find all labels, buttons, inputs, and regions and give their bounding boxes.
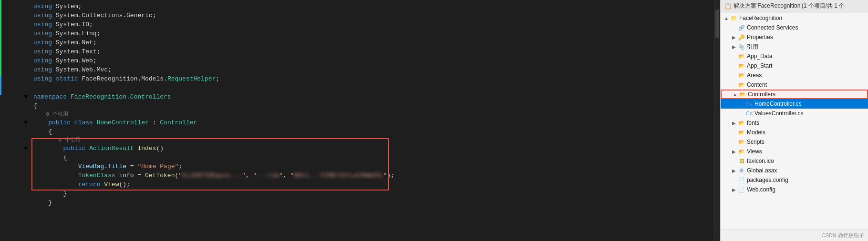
line-content: return View(); bbox=[31, 180, 714, 189]
tree-label-facerecognition: FaceRecognition bbox=[739, 15, 782, 21]
code-panel: using System; using System.Collections.G… bbox=[0, 0, 714, 241]
line-content: namespace FaceRecognition.Controllers bbox=[31, 92, 714, 101]
tree-toggle-web-config: ▶ bbox=[730, 187, 738, 192]
fonts-folder-icon: 📂 bbox=[738, 119, 745, 127]
connected-services-icon: 🔗 bbox=[738, 24, 745, 31]
solution-header-label: 解决方案'FaceRecognition'(1 个项目/共 1 个 bbox=[734, 2, 845, 10]
vscroll-thumb[interactable] bbox=[715, 10, 719, 38]
line-content: { bbox=[31, 101, 714, 110]
tree-item-scripts[interactable]: 📂 Scripts bbox=[721, 137, 868, 147]
tree-toggle-views: ▶ bbox=[730, 149, 738, 154]
tree-label-scripts: Scripts bbox=[747, 139, 765, 145]
code-scroll[interactable]: using System; using System.Collections.G… bbox=[0, 0, 714, 241]
tree-item-references[interactable]: ▶ 📎 引用 bbox=[721, 42, 868, 51]
code-line: } bbox=[0, 189, 714, 198]
tree-item-views[interactable]: ▶ 📂 Views bbox=[721, 147, 868, 156]
line-gutter: ▼ bbox=[24, 118, 31, 127]
tree-label-areas: Areas bbox=[747, 72, 762, 79]
appstart-folder-icon: 📂 bbox=[738, 62, 745, 70]
code-line: using System.Net; bbox=[0, 38, 714, 47]
line-content: using System.Linq; bbox=[31, 29, 714, 38]
tree-item-controllers[interactable]: ▲ 📂 Controllers bbox=[721, 90, 868, 99]
tree-label-views: Views bbox=[747, 148, 762, 155]
tree-item-homecontroller[interactable]: C# HomeController.cs bbox=[721, 99, 868, 109]
line-content: } bbox=[31, 189, 714, 198]
tree-item-appstart[interactable]: 📂 App_Start bbox=[721, 61, 868, 70]
code-line: return View(); bbox=[0, 180, 714, 189]
code-line bbox=[0, 83, 714, 92]
code-vscrollbar[interactable] bbox=[714, 0, 720, 241]
tree-item-global-asax[interactable]: ▶ ⚙ Global.asax bbox=[721, 166, 868, 175]
line-content: TokenClass info = GetToken("CLiENTIDEqui… bbox=[31, 171, 714, 180]
tree-item-properties[interactable]: ▶ 🔑 Properties bbox=[721, 32, 868, 42]
tree-toggle-fonts: ▶ bbox=[730, 120, 738, 126]
web-config-icon: 📄 bbox=[738, 186, 745, 193]
code-line: using System.Linq; bbox=[0, 29, 714, 38]
tree-item-content[interactable]: 📂 Content bbox=[721, 80, 868, 90]
code-line: TokenClass info = GetToken("CLiENTIDEqui… bbox=[0, 171, 714, 180]
line-content: using System; bbox=[31, 2, 714, 11]
favicon-icon: 🖼 bbox=[738, 157, 745, 165]
code-area: using System; using System.Collections.G… bbox=[0, 0, 714, 209]
line-content: public ActionResult Index() bbox=[31, 144, 714, 153]
tree-toggle-facerecognition: ▲ bbox=[723, 16, 730, 21]
solution-explorer-header: 📋 解决方案'FaceRecognition'(1 个项目/共 1 个 bbox=[721, 0, 868, 12]
line-content: { bbox=[31, 153, 714, 162]
references-icon: 📎 bbox=[738, 43, 745, 50]
tree-item-fonts[interactable]: ▶ 📂 fonts bbox=[721, 118, 868, 128]
code-line: 0 个引用 bbox=[0, 110, 714, 118]
solution-explorer-panel: 📋 解决方案'FaceRecognition'(1 个项目/共 1 个 ▲ 📁 … bbox=[720, 0, 868, 241]
controllers-folder-icon: 📂 bbox=[739, 90, 746, 98]
tree-label-connected-services: Connected Services bbox=[747, 24, 798, 31]
line-content: 0 个引用 bbox=[31, 110, 714, 119]
code-line: ▼ public ActionResult Index() bbox=[0, 144, 714, 153]
line-content: } bbox=[31, 198, 714, 207]
tree-item-connected-services[interactable]: 🔗 Connected Services bbox=[721, 23, 868, 32]
tree-label-appstart: App_Start bbox=[747, 62, 772, 69]
views-folder-icon: 📂 bbox=[738, 148, 745, 155]
valuescontroller-cs-icon: C# bbox=[745, 110, 753, 117]
bottom-credit: CSDN @拌孜猫子 bbox=[721, 230, 868, 241]
appdata-folder-icon: 📂 bbox=[738, 52, 745, 60]
tree-item-appdata[interactable]: 📂 App_Data bbox=[721, 51, 868, 61]
tree-item-areas[interactable]: 📂 Areas bbox=[721, 70, 868, 80]
tree-item-facerecognition[interactable]: ▲ 📁 FaceRecognition bbox=[721, 13, 868, 23]
line-content: using System.IO; bbox=[31, 20, 714, 29]
code-line: using System.IO; bbox=[0, 20, 714, 29]
tree-label-controllers: Controllers bbox=[748, 91, 775, 98]
project-icon: 📁 bbox=[730, 14, 738, 22]
line-content: using System.Web.Mvc; bbox=[31, 65, 714, 74]
code-line: } bbox=[0, 198, 714, 207]
line-gutter: ▼ bbox=[24, 92, 31, 101]
line-content: using System.Collections.Generic; bbox=[31, 11, 714, 20]
homecontroller-cs-icon: C# bbox=[745, 100, 753, 108]
tree-item-packages-config[interactable]: 📄 packages.config bbox=[721, 175, 868, 185]
content-folder-icon: 📂 bbox=[738, 81, 745, 89]
line-content: ViewBag.Title = "Home Page"; bbox=[31, 162, 714, 171]
tree-label-content: Content bbox=[747, 81, 767, 88]
code-line: 0 个引用 bbox=[0, 136, 714, 144]
tree-item-models[interactable]: 📂 Models bbox=[721, 128, 868, 137]
areas-folder-icon: 📂 bbox=[738, 71, 745, 79]
tree-label-global-asax: Global.asax bbox=[747, 167, 777, 174]
tree-label-properties: Properties bbox=[747, 34, 773, 40]
tree-label-homecontroller: HomeController.cs bbox=[754, 100, 802, 107]
scripts-folder-icon: 📂 bbox=[738, 138, 745, 146]
tree-toggle-controllers: ▲ bbox=[731, 92, 739, 97]
tree-item-favicon[interactable]: 🖼 favicon.ico bbox=[721, 156, 868, 166]
code-line: using System.Web; bbox=[0, 56, 714, 65]
blue-change-indicator bbox=[0, 76, 1, 95]
tree-item-valuescontroller[interactable]: C# ValuesController.cs bbox=[721, 109, 868, 118]
tree-toggle-references: ▶ bbox=[730, 44, 738, 50]
tree-toggle-properties: ▶ bbox=[730, 35, 738, 40]
tree-label-models: Models bbox=[747, 129, 765, 136]
properties-folder-icon: 🔑 bbox=[738, 33, 745, 41]
line-content: using System.Net; bbox=[31, 38, 714, 47]
tree-label-fonts: fonts bbox=[747, 120, 759, 126]
tree-label-references: 引用 bbox=[747, 43, 758, 51]
tree-item-web-config[interactable]: ▶ 📄 Web.config bbox=[721, 185, 868, 194]
tree-label-valuescontroller: ValuesController.cs bbox=[754, 110, 804, 117]
code-line: using System; bbox=[0, 2, 714, 11]
code-line: ▼ namespace FaceRecognition.Controllers bbox=[0, 92, 714, 101]
tree-container[interactable]: ▲ 📁 FaceRecognition 🔗 Connected Services… bbox=[721, 12, 868, 230]
